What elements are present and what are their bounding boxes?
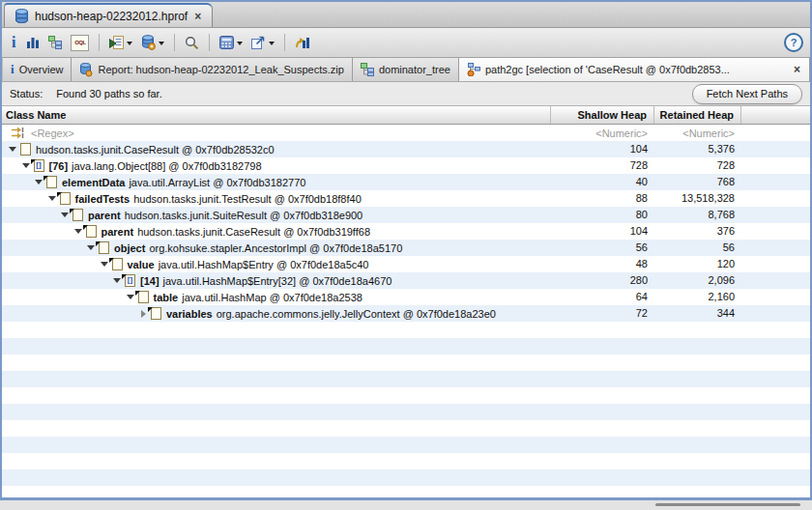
field-name: failedTests [75, 193, 130, 205]
object-label: hudson.tasks.junit.SuiteResult @ 0x7f0db… [125, 210, 363, 221]
close-icon[interactable]: × [793, 64, 801, 75]
column-header-retained-heap[interactable]: Retained Heap [654, 106, 741, 124]
histogram-icon [26, 36, 40, 49]
collapse-icon[interactable] [34, 178, 44, 187]
collapse-icon[interactable] [8, 145, 17, 155]
search-icon [185, 36, 199, 50]
object-icon [112, 258, 123, 270]
class-name-cell: objectorg.kohsuke.stapler.AncestorImpl @… [2, 241, 551, 254]
table-row[interactable]: objectorg.kohsuke.stapler.AncestorImpl @… [2, 240, 810, 256]
object-icon [99, 241, 109, 254]
object-label: java.util.HashMap @ 0x7f0de18a2538 [182, 292, 362, 303]
field-name: [14] [140, 275, 160, 287]
query-browser-menu-button[interactable] [108, 32, 133, 53]
shallow-heap-cell: 728 [551, 157, 654, 174]
field-name: [76] [49, 160, 69, 172]
table-row[interactable]: variablesorg.apache.commons.jelly.JellyC… [2, 305, 810, 322]
class-name-cell: parenthudson.tasks.junit.CaseResult @ 0x… [2, 225, 551, 238]
shallow-heap-cell: 72 [551, 305, 654, 322]
tab-report[interactable]: Report: hudson-heap-02232012_Leak_Suspec… [72, 58, 352, 81]
collapse-icon[interactable] [126, 293, 135, 302]
retained-heap-cell: 376 [654, 223, 741, 240]
fetch-next-paths-button[interactable]: Fetch Next Paths [692, 84, 802, 104]
collapse-icon[interactable] [21, 161, 31, 171]
retained-heap-filter-input[interactable]: <Numeric> [654, 125, 741, 141]
dropdown-arrow-icon [269, 42, 275, 45]
shallow-heap-cell: 104 [551, 223, 654, 240]
table-row[interactable]: parenthudson.tasks.junit.CaseResult @ 0x… [2, 223, 810, 240]
object-icon [72, 209, 83, 221]
search-button[interactable] [184, 32, 200, 53]
shallow-heap-cell: 104 [551, 141, 654, 157]
toolbar-separator [284, 34, 285, 51]
object-label: java.util.HashMap$Entry @ 0x7f0de18a5c40 [159, 259, 369, 270]
object-icon [60, 192, 71, 205]
table-row[interactable]: hudson.tasks.junit.CaseResult @ 0x7f0db2… [2, 141, 810, 157]
column-header-class-name[interactable]: Class Name [2, 106, 551, 124]
retained-heap-cell: 5,376 [654, 141, 741, 157]
table-row[interactable]: tablejava.util.HashMap @ 0x7f0de18a25386… [2, 289, 810, 305]
inbound-reference-marker [57, 192, 64, 197]
inbound-reference-marker [135, 291, 142, 296]
object-icon [138, 291, 149, 303]
horizontal-scrollbar[interactable] [655, 503, 800, 506]
field-name: variables [166, 308, 213, 320]
table-row[interactable]: valuejava.util.HashMap$Entry @ 0x7f0de18… [2, 256, 810, 272]
help-icon[interactable]: ? [784, 33, 803, 52]
editor-tab-hprof[interactable]: hudson-heap-02232012.hprof × [4, 3, 213, 27]
filter-row: <Regex> <Numeric> <Numeric> [2, 125, 810, 141]
shallow-heap-filter-input[interactable]: <Numeric> [551, 125, 654, 141]
heap-dump-menu-button[interactable] [140, 32, 165, 53]
dominator-tree-button[interactable] [47, 32, 63, 53]
collapse-icon[interactable] [73, 227, 83, 237]
shallow-heap-cell: 280 [551, 272, 654, 289]
collapse-icon[interactable] [86, 243, 96, 253]
close-icon[interactable]: × [193, 11, 202, 22]
object-label: org.apache.commons.jelly.JellyContext @ … [217, 308, 496, 320]
shallow-heap-cell: 56 [551, 240, 654, 256]
inbound-reference-marker [83, 225, 90, 230]
table-row[interactable]: [][14]java.util.HashMap$Entry[32] @ 0x7f… [2, 272, 810, 289]
collapse-icon[interactable] [47, 194, 57, 204]
table-row[interactable]: failedTestshudson.tasks.junit.TestResult… [2, 190, 810, 207]
report-icon [79, 63, 93, 77]
class-name-cell: elementDatajava.util.ArrayList @ 0x7f0db… [2, 176, 551, 188]
table-header: Class Name Shallow Heap Retained Heap [2, 106, 810, 125]
export-menu-button[interactable] [250, 32, 276, 53]
tab-dominator-tree[interactable]: dominator_tree [353, 58, 459, 81]
histogram-button[interactable] [25, 32, 41, 53]
editor-tab-bar: hudson-heap-02232012.hprof × [2, 2, 810, 28]
object-label: java.util.ArrayList @ 0x7f0db3182770 [129, 177, 305, 188]
oql-button[interactable]: OQL [70, 32, 90, 53]
path2gc-tree: hudson.tasks.junit.CaseResult @ 0x7f0db2… [2, 141, 810, 497]
class-name-cell: valuejava.util.HashMap$Entry @ 0x7f0de18… [2, 258, 551, 270]
collapse-icon[interactable] [100, 260, 109, 269]
compare-button[interactable] [294, 32, 311, 53]
table-row[interactable]: parenthudson.tasks.junit.SuiteResult @ 0… [2, 207, 810, 223]
heap-editor: hudson-heap-02232012.hprof × i OQL [0, 0, 812, 500]
class-name-filter-input[interactable]: <Regex> [31, 128, 74, 139]
object-label: hudson.tasks.junit.CaseResult @ 0x7f0db2… [36, 144, 275, 156]
tab-overview[interactable]: i Overview [2, 58, 72, 81]
table-row[interactable]: [][76]java.lang.Object[88] @ 0x7f0db3182… [2, 157, 810, 174]
retained-heap-cell: 2,096 [654, 272, 741, 289]
info-icon: i [10, 35, 17, 50]
column-header-shallow-heap[interactable]: Shallow Heap [551, 106, 654, 124]
collapse-icon[interactable] [60, 211, 70, 220]
class-name-cell: hudson.tasks.junit.CaseResult @ 0x7f0db2… [2, 143, 551, 156]
compare-icon [295, 36, 310, 49]
collapse-icon[interactable] [112, 276, 122, 286]
table-row[interactable]: elementDatajava.util.ArrayList @ 0x7f0db… [2, 174, 810, 190]
tab-path2gc[interactable]: path2gc [selection of 'CaseResult @ 0x7f… [459, 58, 810, 81]
retained-heap-cell: 8,768 [654, 207, 741, 223]
class-name-cell: parenthudson.tasks.junit.SuiteResult @ 0… [2, 209, 551, 221]
calculator-menu-button[interactable] [218, 32, 244, 53]
object-icon [86, 225, 97, 238]
overview-button[interactable]: i [9, 32, 18, 53]
inbound-reference-marker [31, 159, 38, 164]
retained-heap-cell: 344 [654, 305, 741, 322]
shallow-heap-cell: 48 [551, 256, 654, 272]
expand-icon[interactable] [138, 309, 148, 319]
shallow-heap-cell: 64 [551, 289, 654, 305]
path2gc-icon [467, 63, 480, 76]
